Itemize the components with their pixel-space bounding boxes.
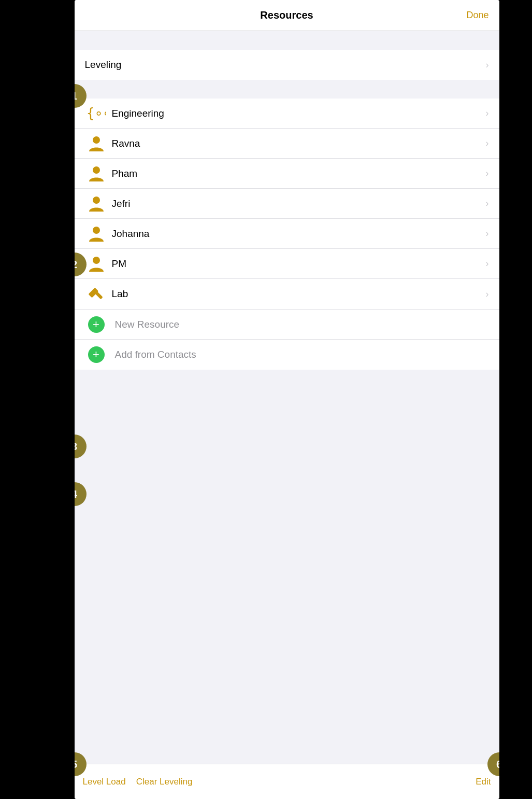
bottom-gap [75,370,499,484]
pham-icon-container [85,165,108,183]
svg-point-1 [93,136,100,144]
pm-chevron-icon: › [486,258,489,269]
list-item-pham[interactable]: Pham › [75,159,499,189]
actions-section: + New Resource + Add from Contacts [75,309,499,370]
lab-label: Lab [108,288,486,300]
person-icon-pm [88,255,105,273]
person-icon-ravna [88,135,105,152]
list-item-lab[interactable]: Lab › [75,279,499,309]
new-resource-icon-container: + [85,316,108,333]
johanna-chevron-icon: › [486,228,489,239]
person-icon-pham [88,165,105,183]
header: Resources Done [75,0,499,31]
jefri-label: Jefri [108,198,486,209]
new-resource-label: New Resource [108,319,180,330]
johanna-label: Johanna [108,228,486,240]
content-area: Leveling › {∘∘} Engineering › [75,31,499,764]
jefri-icon-container [85,195,108,213]
ravna-chevron-icon: › [486,138,489,149]
add-circle-new-resource: + [88,316,105,333]
leveling-label: Leveling [85,59,486,71]
lab-icon-container [85,285,108,303]
phone-frame: 1 2 3 4 5 6 Resources Done Leveling › { [75,0,499,799]
svg-point-3 [93,197,100,204]
list-item-johanna[interactable]: Johanna › [75,219,499,249]
svg-point-4 [93,227,100,234]
engineering-chevron-icon: › [486,108,489,119]
engineering-label: Engineering [108,108,486,119]
list-item-jefri[interactable]: Jefri › [75,189,499,219]
ravna-icon-container [85,135,108,152]
pm-label: PM [108,258,486,270]
leveling-item[interactable]: Leveling › [75,50,499,80]
page-title: Resources [260,9,313,21]
edit-button[interactable]: Edit [476,777,491,787]
list-item-pm[interactable]: PM › [75,249,499,279]
clear-leveling-button[interactable]: Clear Leveling [136,777,193,787]
pham-chevron-icon: › [486,168,489,179]
new-resource-item[interactable]: + New Resource [75,310,499,340]
engineering-icon-container: {∘∘} [85,106,108,121]
svg-rect-7 [95,291,103,300]
leveling-section: Leveling › [75,50,499,80]
person-icon-jefri [88,195,105,213]
jefri-chevron-icon: › [486,198,489,209]
add-contacts-icon-container: + [85,346,108,363]
list-item-engineering[interactable]: {∘∘} Engineering › [75,99,499,129]
level-load-button[interactable]: Level Load [83,777,126,787]
lab-chevron-icon: › [486,289,489,300]
johanna-icon-container [85,225,108,243]
section-gap-1 [75,31,499,50]
person-icon-johanna [88,225,105,243]
engineering-icon: {∘∘} [87,106,106,121]
svg-point-5 [93,257,100,264]
add-contacts-item[interactable]: + Add from Contacts [75,340,499,370]
add-contacts-label: Add from Contacts [108,349,196,360]
pham-label: Pham [108,168,486,179]
bottom-toolbar: Level Load Clear Leveling Edit [75,764,499,799]
resources-list: {∘∘} Engineering › Ravna › [75,99,499,309]
hammer-icon [88,285,105,303]
svg-point-2 [93,166,100,174]
pm-icon-container [85,255,108,273]
done-button[interactable]: Done [466,10,488,21]
leveling-chevron-icon: › [486,60,489,71]
section-gap-2 [75,80,499,99]
toolbar-left: Level Load Clear Leveling [83,777,476,787]
list-item-ravna[interactable]: Ravna › [75,129,499,159]
add-circle-contacts: + [88,346,105,363]
svg-text:{∘∘}: {∘∘} [87,106,106,121]
ravna-label: Ravna [108,138,486,149]
